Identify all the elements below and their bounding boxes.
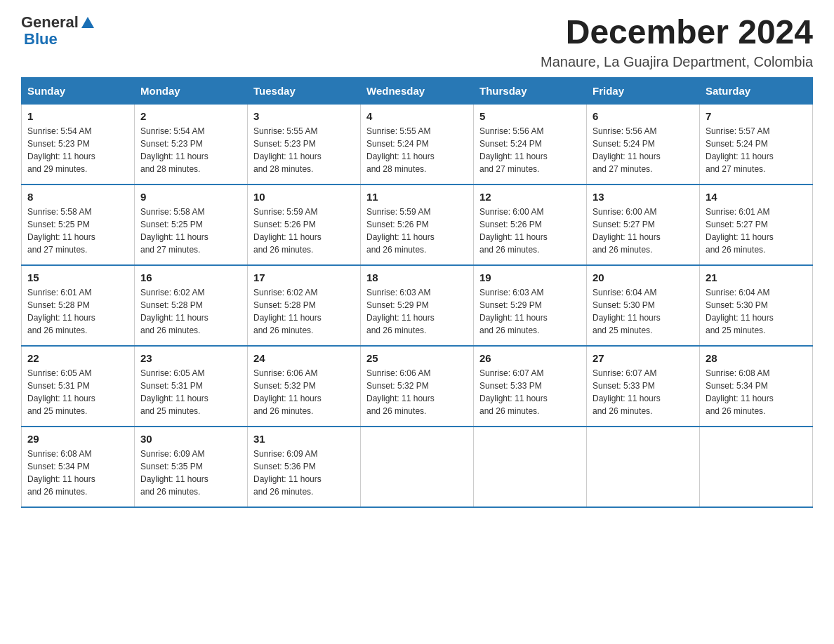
day-info: Sunrise: 6:06 AM Sunset: 5:32 PM Dayligh…	[253, 367, 355, 417]
day-number: 6	[593, 110, 694, 122]
table-row: 9 Sunrise: 5:58 AM Sunset: 5:25 PM Dayli…	[135, 185, 248, 265]
col-tuesday: Tuesday	[248, 77, 361, 104]
day-number: 1	[27, 110, 128, 122]
table-row: 6 Sunrise: 5:56 AM Sunset: 5:24 PM Dayli…	[587, 104, 700, 185]
calendar-week-row: 1 Sunrise: 5:54 AM Sunset: 5:23 PM Dayli…	[22, 104, 813, 185]
day-number: 16	[140, 271, 241, 283]
day-info: Sunrise: 6:09 AM Sunset: 5:35 PM Dayligh…	[140, 448, 241, 498]
table-row: 20 Sunrise: 6:04 AM Sunset: 5:30 PM Dayl…	[587, 265, 700, 346]
day-info: Sunrise: 6:00 AM Sunset: 5:26 PM Dayligh…	[479, 206, 581, 256]
table-row	[700, 427, 813, 507]
table-row: 2 Sunrise: 5:54 AM Sunset: 5:23 PM Dayli…	[135, 104, 248, 185]
table-row: 25 Sunrise: 6:06 AM Sunset: 5:32 PM Dayl…	[361, 346, 474, 427]
day-info: Sunrise: 5:54 AM Sunset: 5:23 PM Dayligh…	[27, 125, 128, 175]
table-row: 13 Sunrise: 6:00 AM Sunset: 5:27 PM Dayl…	[587, 185, 700, 265]
day-info: Sunrise: 5:59 AM Sunset: 5:26 PM Dayligh…	[366, 206, 468, 256]
day-info: Sunrise: 5:56 AM Sunset: 5:24 PM Dayligh…	[593, 125, 694, 175]
logo: General Blue	[21, 14, 95, 48]
month-title: December 2024	[541, 14, 813, 51]
location-subtitle: Manaure, La Guajira Department, Colombia	[541, 54, 813, 70]
day-info: Sunrise: 5:55 AM Sunset: 5:23 PM Dayligh…	[253, 125, 355, 175]
table-row: 27 Sunrise: 6:07 AM Sunset: 5:33 PM Dayl…	[587, 346, 700, 427]
day-number: 14	[706, 191, 807, 203]
table-row: 10 Sunrise: 5:59 AM Sunset: 5:26 PM Dayl…	[248, 185, 361, 265]
table-row	[474, 427, 587, 507]
day-number: 4	[366, 110, 468, 122]
day-number: 21	[706, 271, 807, 283]
day-info: Sunrise: 6:07 AM Sunset: 5:33 PM Dayligh…	[593, 367, 694, 417]
day-number: 11	[366, 191, 468, 203]
day-info: Sunrise: 6:09 AM Sunset: 5:36 PM Dayligh…	[253, 448, 355, 498]
day-info: Sunrise: 5:54 AM Sunset: 5:23 PM Dayligh…	[140, 125, 241, 175]
table-row: 14 Sunrise: 6:01 AM Sunset: 5:27 PM Dayl…	[700, 185, 813, 265]
day-info: Sunrise: 6:06 AM Sunset: 5:32 PM Dayligh…	[366, 367, 468, 417]
day-number: 8	[27, 191, 128, 203]
logo-triangle-icon	[80, 15, 95, 31]
day-number: 3	[253, 110, 355, 122]
calendar-week-row: 8 Sunrise: 5:58 AM Sunset: 5:25 PM Dayli…	[22, 185, 813, 265]
day-info: Sunrise: 5:58 AM Sunset: 5:25 PM Dayligh…	[27, 206, 128, 256]
day-number: 2	[140, 110, 241, 122]
table-row: 18 Sunrise: 6:03 AM Sunset: 5:29 PM Dayl…	[361, 265, 474, 346]
day-number: 23	[140, 352, 241, 364]
day-number: 24	[253, 352, 355, 364]
day-number: 22	[27, 352, 128, 364]
day-number: 30	[140, 433, 241, 445]
day-info: Sunrise: 6:01 AM Sunset: 5:28 PM Dayligh…	[27, 286, 128, 337]
table-row: 11 Sunrise: 5:59 AM Sunset: 5:26 PM Dayl…	[361, 185, 474, 265]
table-row: 3 Sunrise: 5:55 AM Sunset: 5:23 PM Dayli…	[248, 104, 361, 185]
day-number: 18	[366, 271, 468, 283]
day-number: 20	[593, 271, 694, 283]
table-row	[361, 427, 474, 507]
day-info: Sunrise: 5:57 AM Sunset: 5:24 PM Dayligh…	[706, 125, 807, 175]
table-row: 7 Sunrise: 5:57 AM Sunset: 5:24 PM Dayli…	[700, 104, 813, 185]
table-row: 5 Sunrise: 5:56 AM Sunset: 5:24 PM Dayli…	[474, 104, 587, 185]
col-thursday: Thursday	[474, 77, 587, 104]
calendar-header-row: Sunday Monday Tuesday Wednesday Thursday…	[22, 77, 813, 104]
page-header: General Blue December 2024 Manaure, La G…	[21, 14, 813, 70]
table-row: 28 Sunrise: 6:08 AM Sunset: 5:34 PM Dayl…	[700, 346, 813, 427]
table-row: 24 Sunrise: 6:06 AM Sunset: 5:32 PM Dayl…	[248, 346, 361, 427]
table-row: 29 Sunrise: 6:08 AM Sunset: 5:34 PM Dayl…	[22, 427, 135, 507]
day-info: Sunrise: 6:03 AM Sunset: 5:29 PM Dayligh…	[479, 286, 581, 337]
day-number: 10	[253, 191, 355, 203]
table-row: 30 Sunrise: 6:09 AM Sunset: 5:35 PM Dayl…	[135, 427, 248, 507]
day-info: Sunrise: 5:55 AM Sunset: 5:24 PM Dayligh…	[366, 125, 468, 175]
col-saturday: Saturday	[700, 77, 813, 104]
table-row: 19 Sunrise: 6:03 AM Sunset: 5:29 PM Dayl…	[474, 265, 587, 346]
col-sunday: Sunday	[22, 77, 135, 104]
day-number: 31	[253, 433, 355, 445]
day-info: Sunrise: 6:04 AM Sunset: 5:30 PM Dayligh…	[593, 286, 694, 337]
day-info: Sunrise: 6:03 AM Sunset: 5:29 PM Dayligh…	[366, 286, 468, 337]
table-row: 17 Sunrise: 6:02 AM Sunset: 5:28 PM Dayl…	[248, 265, 361, 346]
table-row: 16 Sunrise: 6:02 AM Sunset: 5:28 PM Dayl…	[135, 265, 248, 346]
table-row: 1 Sunrise: 5:54 AM Sunset: 5:23 PM Dayli…	[22, 104, 135, 185]
day-number: 25	[366, 352, 468, 364]
svg-marker-0	[81, 17, 94, 28]
table-row: 21 Sunrise: 6:04 AM Sunset: 5:30 PM Dayl…	[700, 265, 813, 346]
col-monday: Monday	[135, 77, 248, 104]
day-info: Sunrise: 6:08 AM Sunset: 5:34 PM Dayligh…	[706, 367, 807, 417]
calendar-week-row: 22 Sunrise: 6:05 AM Sunset: 5:31 PM Dayl…	[22, 346, 813, 427]
day-info: Sunrise: 6:01 AM Sunset: 5:27 PM Dayligh…	[706, 206, 807, 256]
table-row: 26 Sunrise: 6:07 AM Sunset: 5:33 PM Dayl…	[474, 346, 587, 427]
day-info: Sunrise: 6:04 AM Sunset: 5:30 PM Dayligh…	[706, 286, 807, 337]
table-row: 8 Sunrise: 5:58 AM Sunset: 5:25 PM Dayli…	[22, 185, 135, 265]
day-info: Sunrise: 6:00 AM Sunset: 5:27 PM Dayligh…	[593, 206, 694, 256]
col-friday: Friday	[587, 77, 700, 104]
day-number: 9	[140, 191, 241, 203]
day-number: 19	[479, 271, 581, 283]
day-info: Sunrise: 6:07 AM Sunset: 5:33 PM Dayligh…	[479, 367, 581, 417]
table-row: 23 Sunrise: 6:05 AM Sunset: 5:31 PM Dayl…	[135, 346, 248, 427]
day-number: 7	[706, 110, 807, 122]
day-number: 27	[593, 352, 694, 364]
day-info: Sunrise: 5:59 AM Sunset: 5:26 PM Dayligh…	[253, 206, 355, 256]
logo-general: General	[21, 14, 79, 31]
col-wednesday: Wednesday	[361, 77, 474, 104]
table-row: 22 Sunrise: 6:05 AM Sunset: 5:31 PM Dayl…	[22, 346, 135, 427]
table-row: 15 Sunrise: 6:01 AM Sunset: 5:28 PM Dayl…	[22, 265, 135, 346]
day-info: Sunrise: 5:56 AM Sunset: 5:24 PM Dayligh…	[479, 125, 581, 175]
calendar-table: Sunday Monday Tuesday Wednesday Thursday…	[21, 77, 813, 508]
day-number: 12	[479, 191, 581, 203]
table-row: 12 Sunrise: 6:00 AM Sunset: 5:26 PM Dayl…	[474, 185, 587, 265]
